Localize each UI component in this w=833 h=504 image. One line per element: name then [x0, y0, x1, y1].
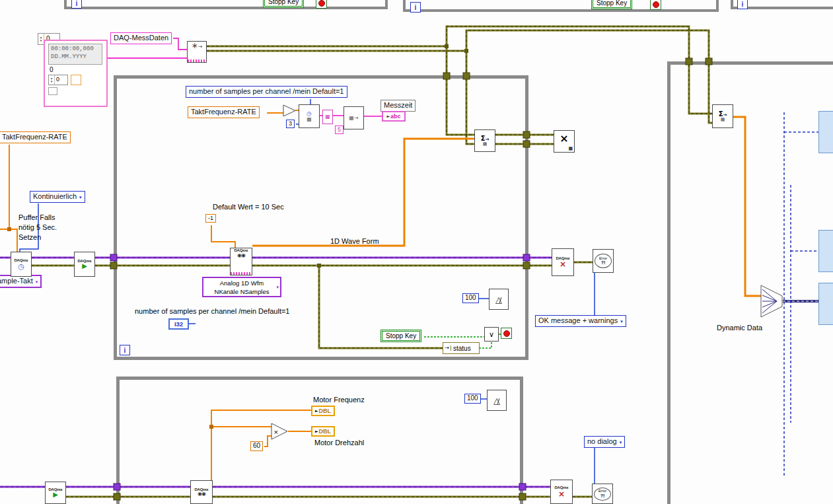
build-waveform-icon: ∗→ [192, 42, 203, 50]
samples-note: number of samples per channel /mein Defa… [135, 306, 290, 316]
i32-terminal[interactable]: I32 [168, 318, 189, 330]
loop-tunnels [110, 58, 712, 500]
indicator-arrow-icon: ► [315, 409, 318, 413]
grid-icon: ▦→ [349, 116, 358, 121]
loop-condition-terminal-1[interactable] [316, 0, 327, 9]
daqmx-timing-node[interactable]: DAQmx ◷ [11, 252, 32, 277]
dynamic-data-routes [784, 112, 818, 476]
loop-condition-terminal-2[interactable] [650, 0, 661, 10]
build-array-node[interactable]: Σ→ ▦ [474, 129, 495, 152]
metronome-icon: △ [493, 396, 500, 405]
enum-value: Kontinuierlich [33, 192, 77, 200]
status-label: status [451, 345, 471, 352]
or-icon: ∨ [489, 331, 494, 338]
grid-icon: ▦ [307, 117, 312, 122]
error-handler-node-bottom[interactable]: Error ?! [592, 484, 613, 504]
or-node[interactable]: ∨ [484, 327, 499, 342]
cluster-number-1: 0 [50, 66, 103, 73]
constant-3[interactable]: 3 [286, 120, 295, 128]
express-terminal-2[interactable] [818, 230, 833, 272]
error-handler-icon: Error ?! [594, 487, 611, 501]
svg-text:×: × [273, 429, 279, 435]
labview-block-diagram: × [0, 0, 833, 504]
dropdown-icon: ▾ [620, 319, 623, 324]
express-terminal-3[interactable] [818, 283, 833, 325]
stop-key-button-2[interactable]: Stopp Key [593, 0, 631, 8]
wires-layer: × [0, 0, 833, 504]
format-string-node[interactable]: ▦→ [344, 106, 364, 129]
daq-messdaten-label[interactable]: DAQ-MessDaten [110, 32, 172, 44]
stop-x-node[interactable]: × ▦ [554, 130, 575, 153]
daqmx-clear-node-bottom[interactable]: DAQmx × [550, 480, 573, 504]
arrow-right-icon: → [443, 345, 451, 351]
metronome-icon: △ [495, 295, 502, 304]
timestamp-cluster[interactable]: 00:00:00,000 DD.MM.YYYY 0 ▴▾ 0 [44, 40, 108, 107]
x-icon: × [554, 133, 574, 144]
cluster-small-box[interactable] [48, 87, 57, 95]
build-waveform-node[interactable]: ∗→ [187, 41, 207, 63]
ok-message-enum[interactable]: OK message + warnings▾ [535, 315, 626, 327]
dbl-indicator-drehzahl[interactable]: ► DBL [311, 426, 335, 437]
daqmx-read-node-bottom[interactable]: DAQmx ◉◉ [190, 480, 213, 504]
waveform-note: 1D Wave Form [330, 236, 379, 246]
daqmx-start-node[interactable]: DAQmx ▶ [74, 252, 95, 277]
constant-5[interactable]: 5 [335, 126, 344, 134]
multiply-node[interactable]: × [272, 423, 287, 439]
error-handler-node-main[interactable]: Error ?! [593, 249, 614, 273]
dbl-indicator-frequenz[interactable]: ► DBL [311, 406, 335, 416]
unbundle-status-node[interactable]: → status [443, 342, 480, 354]
iteration-terminal-3[interactable]: i [737, 0, 748, 9]
takt-frequenz-label-left[interactable]: TaktFrequenz-RATE [0, 131, 71, 143]
cluster-numeric-control[interactable]: ▴▾ 0 [48, 75, 68, 85]
binoculars-icon: ◉◉ [237, 253, 245, 258]
binoculars-icon: ◉◉ [198, 491, 205, 497]
dbl-label: DBL [319, 408, 332, 414]
wait-ms-node-bottom[interactable]: △ [487, 390, 507, 411]
error-handler-icon: Error ?! [595, 254, 612, 268]
build-array-node-right[interactable]: Σ→ ▦ [712, 104, 733, 128]
iteration-terminal-main[interactable]: i [120, 345, 130, 355]
iteration-terminal-2[interactable]: i [410, 2, 421, 13]
kontinuierlich-enum[interactable]: Kontinuierlich▾ [30, 191, 85, 203]
stop-key-button-1[interactable]: Stopp Key [264, 0, 303, 7]
loop-condition-terminal-main[interactable] [501, 328, 512, 339]
timing-calc-node[interactable]: ◷ ▦ [299, 104, 320, 128]
numeric-value: 0 [55, 75, 61, 85]
samples-control-label[interactable]: number of samples per channel /mein Defa… [186, 86, 347, 98]
stop-led-icon [503, 330, 510, 337]
constant-60[interactable]: 60 [250, 441, 263, 451]
indicator-arrow-icon: ► [315, 429, 318, 433]
abc-label: abc [390, 113, 401, 120]
motor-frequenz-note: Motor Frequenz [313, 395, 365, 405]
iteration-terminal-1[interactable]: i [71, 0, 82, 9]
read-mode-selector[interactable]: Analog 1D Wfm NKanäle NSamples ▾ [202, 277, 281, 297]
no-dialog-enum[interactable]: no dialog▾ [584, 436, 625, 448]
messzeit-string-indicator[interactable]: ► abc [382, 111, 406, 122]
to-dynamic-data-funnel[interactable] [761, 285, 782, 317]
takt-frequenz-label-main[interactable]: TaktFrequenz-RATE [188, 106, 260, 118]
dropdown-icon: ▾ [79, 195, 82, 200]
express-terminal-1[interactable] [818, 111, 833, 153]
wait-ms-node-main[interactable]: △ [489, 289, 509, 310]
dbl-label: DBL [319, 428, 332, 435]
indicator-arrow-icon: ► [386, 114, 390, 118]
wait-constant-bottom[interactable]: 100 [464, 394, 481, 404]
convert-node[interactable] [283, 105, 295, 116]
stop-led-icon [318, 0, 325, 7]
spin-arrows-icon[interactable]: ▴▾ [49, 75, 55, 85]
stop-key-button-main[interactable]: Stopp Key [382, 331, 420, 341]
constant-minus1[interactable]: -1 [205, 214, 216, 223]
dropdown-icon: ▾ [620, 440, 622, 445]
dropdown-icon: ▾ [276, 285, 279, 290]
motor-drehzahl-note: Motor Drehzahl [314, 438, 364, 448]
daqmx-clear-node[interactable]: DAQmx × [552, 248, 574, 276]
wait-constant-main[interactable]: 100 [462, 293, 479, 303]
daqmx-start-node-bottom[interactable]: DAQmx ▶ [45, 482, 66, 504]
cluster-empty-field[interactable] [71, 75, 81, 85]
clear-x-icon: × [558, 490, 565, 498]
format-node[interactable]: ▦ [322, 110, 333, 124]
grid-icon: ▦ [721, 118, 725, 122]
sigma-icon: Σ→ [481, 135, 489, 142]
messzeit-label: Messzeit [380, 100, 416, 112]
daqmx-read-node[interactable]: DAQmx ◉◉ [230, 248, 252, 275]
